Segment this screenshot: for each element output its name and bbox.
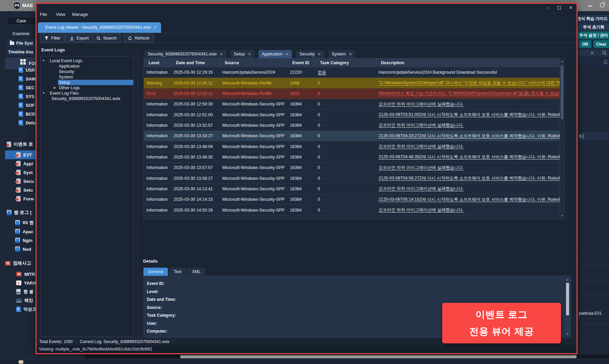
chevron-down-icon[interactable]: ▼	[42, 91, 45, 96]
sidebar-item[interactable]: 웹 셸	[5, 287, 36, 296]
clear-search-icon[interactable]: ✕	[590, 50, 594, 55]
close-icon[interactable]: ✕	[349, 52, 352, 56]
column-header[interactable]: Source	[220, 58, 287, 67]
table-row[interactable]: Information2025-03-30 14:13:41Microsoft-…	[144, 184, 560, 194]
sidebar-item[interactable]: MITR	[5, 270, 36, 278]
bg-minimize-icon[interactable]	[588, 6, 592, 6]
table-row[interactable]: Information2025-03-30 13:58:27Microsoft-…	[144, 173, 560, 184]
window-close-icon[interactable]: ✕	[567, 5, 574, 10]
sidebar-item[interactable]: SAM	[5, 74, 36, 83]
sidebar-item[interactable]: YARA	[5, 278, 36, 287]
table-row[interactable]: Information2025-03-30 12:29:15HancomUpda…	[144, 67, 560, 78]
sidebar-item[interactable]: Setu	[5, 186, 36, 194]
annotation-settings-button[interactable]: 주석 설정 / 관리	[578, 31, 609, 39]
search-icon[interactable]	[602, 50, 607, 55]
horizontal-scrollbar-thumb[interactable]	[180, 355, 577, 358]
table-row[interactable]: Information2025-03-30 14:50:26Microsoft-…	[144, 205, 560, 215]
scroll-up-icon[interactable]: ▲	[566, 278, 569, 281]
close-icon[interactable]: ✕	[220, 52, 223, 56]
table-scrollbar[interactable]: ▲ ▼	[560, 58, 564, 219]
table-row[interactable]: Information2025-03-30 13:48:35Microsoft-…	[144, 152, 560, 163]
close-icon[interactable]: ✕	[318, 52, 321, 56]
sidebar-item[interactable]: Defa	[5, 118, 36, 127]
close-icon[interactable]: ✕	[154, 25, 157, 30]
menu-file[interactable]: File	[40, 12, 47, 17]
scroll-down-icon[interactable]: ▼	[561, 214, 563, 217]
document-tab[interactable]: Event Log Viewer - Security_638899332075…	[38, 22, 161, 33]
sidebar-timeline-button[interactable]: Timeline Ana	[7, 48, 36, 56]
scrollbar-thumb[interactable]	[561, 65, 563, 119]
sidebar-item[interactable]: SYS	[5, 92, 36, 101]
sidebar-item[interactable]: 해킹	[5, 296, 36, 305]
sidebar-item[interactable]: BCD	[5, 110, 36, 118]
sidebar-item[interactable]: Forw	[5, 194, 36, 203]
log-tab[interactable]: System✕	[329, 50, 356, 58]
tree-item[interactable]: System	[41, 74, 134, 80]
table-row[interactable]: Information2025-03-30 12:51:00Microsoft-…	[144, 110, 560, 120]
tree-item[interactable]: Security	[41, 69, 134, 74]
table-row[interactable]: Information2025-03-30 13:57:57Microsoft-…	[144, 163, 560, 173]
tab-text[interactable]: Text	[169, 268, 186, 276]
scroll-up-icon[interactable]: ▲	[561, 60, 563, 63]
column-header[interactable]: Task Category	[315, 58, 376, 67]
log-tab[interactable]: Security_638899332075004341.evtx✕	[144, 50, 226, 58]
tree-item[interactable]: Application	[41, 64, 134, 69]
bg-restore-icon[interactable]	[600, 3, 604, 7]
sidebar-item[interactable]: Nod	[5, 245, 36, 253]
table-row[interactable]: Information2025-03-30 13:33:27Microsoft-…	[144, 131, 560, 141]
sidebar-item[interactable]: Apac	[5, 227, 36, 236]
log-tab[interactable]: Application✕	[258, 50, 292, 58]
sidebar-item[interactable]: Ngin	[5, 236, 36, 245]
column-header[interactable]: Date and Time	[171, 58, 220, 67]
tree-item[interactable]: Security_638899332075004341.evtx	[41, 96, 134, 101]
sidebar-item[interactable]: SEC	[5, 83, 36, 92]
export-button[interactable]: Export	[65, 34, 93, 43]
chevron-down-icon[interactable]: ▼	[42, 58, 45, 64]
refresh-button[interactable]: Refresh	[123, 34, 154, 43]
sidebar-item[interactable]: Secu	[5, 177, 36, 186]
window-maximize-icon[interactable]	[558, 6, 561, 9]
tree-item[interactable]: Setup	[41, 80, 134, 85]
filter-button[interactable]: Filter	[40, 34, 65, 43]
forensic-guide-button[interactable]: 포렌식 학습 가이드	[578, 15, 609, 23]
close-icon[interactable]: ✕	[248, 52, 251, 56]
menu-view[interactable]: View	[56, 12, 65, 17]
sidebar-case-button[interactable]: Case	[7, 17, 36, 25]
log-tab[interactable]: Setup✕	[230, 50, 254, 58]
sidebar-item[interactable]: 악성코	[5, 305, 36, 314]
bg-search-row[interactable]: ✕	[578, 49, 609, 57]
chevron-right-icon[interactable]: ▶	[54, 85, 56, 91]
tab-general[interactable]: General	[143, 268, 168, 276]
column-header[interactable]: Description	[376, 58, 560, 67]
table-row[interactable]: Information2025-03-30 14:14:15Microsoft-…	[144, 194, 560, 205]
close-icon[interactable]: ✕	[286, 52, 289, 56]
menu-manage[interactable]: Manage	[72, 12, 88, 17]
sidebar-item[interactable]: EVT	[5, 150, 36, 159]
log-tab[interactable]: Security✕	[296, 50, 324, 58]
details-scrollbar[interactable]: ▲ ▼	[565, 277, 570, 336]
sidebar-item[interactable]: SOF	[5, 101, 36, 110]
scrollbar-thumb[interactable]	[566, 283, 569, 315]
history-refresh-icon[interactable]	[603, 60, 608, 65]
column-header[interactable]: Level	[144, 58, 171, 67]
search-button[interactable]: Search	[92, 34, 121, 43]
tree-item[interactable]: ▼Event Log Files	[41, 91, 134, 96]
or-button[interactable]: OR	[579, 40, 591, 48]
sidebar-item[interactable]: USR	[5, 66, 36, 74]
tree-item[interactable]: ▼Local Event Logs	[41, 58, 134, 64]
bg-refresh-row[interactable]	[578, 58, 609, 66]
clear-button[interactable]: Clear	[593, 40, 609, 48]
annotation-reset-button[interactable]: 주석 초기화	[578, 23, 609, 31]
table-row[interactable]: Error2025-03-30 12:30:12Microsoft-Window…	[144, 89, 560, 99]
sidebar-item[interactable]: Appl	[5, 159, 36, 168]
sidebar-item[interactable]: Syst	[5, 168, 36, 177]
table-row[interactable]: Information2025-03-30 12:50:30Microsoft-…	[144, 99, 560, 110]
scroll-down-icon[interactable]: ▼	[566, 333, 569, 336]
table-row[interactable]: Information2025-03-30 13:32:57Microsoft-…	[144, 120, 560, 131]
table-row[interactable]: Warning2025-03-30 12:30:11Microsoft-Wind…	[144, 78, 560, 88]
sidebar-file-system-button[interactable]: File Syst	[7, 39, 36, 47]
sidebar-item[interactable]: IIS 웹	[5, 218, 36, 227]
tab-xml[interactable]: XML	[187, 268, 205, 276]
table-row[interactable]: Information2025-03-30 13:48:04Microsoft-…	[144, 141, 560, 152]
tree-item[interactable]: ▶Other Logs	[41, 85, 134, 91]
